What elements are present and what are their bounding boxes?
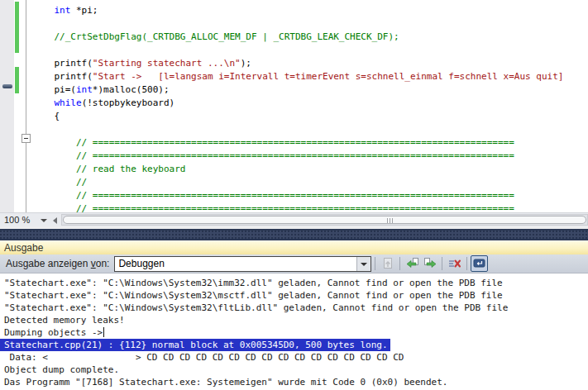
text-cursor xyxy=(103,327,104,337)
find-message-in-code-icon xyxy=(381,257,394,270)
pane-splitter[interactable] xyxy=(0,226,588,240)
output-title-label: Ausgabe xyxy=(4,242,43,254)
code-line[interactable]: // =====================================… xyxy=(32,150,588,163)
output-lines[interactable]: "Statechart.exe": "C:\Windows\System32\i… xyxy=(0,273,588,390)
change-tracking-bar xyxy=(15,67,19,93)
scroll-left-button[interactable] xyxy=(51,216,59,224)
code-line[interactable]: // =====================================… xyxy=(32,202,588,212)
output-line-selected[interactable]: Statechart.cpp(21) : {112} normal block … xyxy=(0,339,390,351)
scrollbar-grip-icon xyxy=(387,218,394,223)
code-line[interactable]: int *pi; xyxy=(32,4,588,17)
code-lines[interactable]: int *pi; //_CrtSetDbgFlag(_CRTDBG_ALLOC_… xyxy=(27,0,588,212)
code-line[interactable]: // =====================================… xyxy=(32,136,588,150)
show-output-from-label: Ausgabe anzeigen von: xyxy=(6,258,109,269)
output-line[interactable]: Detected memory leaks! xyxy=(0,314,588,326)
arrow-left-icon xyxy=(53,217,57,224)
bookmark-icon xyxy=(2,84,12,88)
previous-message-icon xyxy=(406,257,419,270)
change-tracking-bar xyxy=(15,2,19,53)
output-line[interactable]: Data: < > CD CD CD CD CD CD CD CD CD CD … xyxy=(0,351,588,364)
toolbar-separator xyxy=(466,257,467,270)
zoom-level-selector[interactable]: 100 % xyxy=(0,213,50,226)
output-title-bar[interactable]: Ausgabe xyxy=(0,240,588,254)
output-line[interactable]: "Statechart.exe": "C:\Windows\System32\f… xyxy=(0,302,588,314)
output-line[interactable]: "Statechart.exe": "C:\Windows\System32\i… xyxy=(0,277,588,289)
find-message-in-code-button xyxy=(379,255,396,272)
breakpoint-margin[interactable] xyxy=(0,0,14,212)
toggle-word-wrap-button[interactable] xyxy=(471,255,488,272)
toolbar-separator xyxy=(399,257,400,270)
code-line[interactable]: pi=(int*)malloc(500); xyxy=(32,83,588,97)
output-line[interactable]: Object dump complete. xyxy=(0,364,588,376)
code-line[interactable]: // xyxy=(32,176,588,189)
output-toolbar: Ausgabe anzeigen von: Debuggen xyxy=(0,254,588,273)
output-source-value: Debuggen xyxy=(115,258,164,269)
previous-message-button[interactable] xyxy=(404,255,421,272)
toolbar-separator xyxy=(375,257,375,270)
code-line[interactable]: { xyxy=(32,110,588,123)
clear-all-button[interactable] xyxy=(446,255,463,272)
code-line[interactable]: // read the keyboard xyxy=(32,163,588,176)
output-line[interactable]: Dumping objects -> xyxy=(0,326,588,339)
output-window: Ausgabe Ausgabe anzeigen von: Debuggen xyxy=(0,240,588,390)
combo-dropdown-button[interactable] xyxy=(356,257,370,271)
code-line[interactable]: //_CrtSetDbgFlag(_CRTDBG_ALLOC_MEM_DF | … xyxy=(32,31,588,44)
output-line[interactable]: "Statechart.exe": "C:\Windows\System32\m… xyxy=(0,289,588,302)
toolbar-separator xyxy=(442,257,442,270)
output-source-combobox[interactable]: Debuggen xyxy=(114,256,371,272)
code-line[interactable] xyxy=(32,123,588,136)
editor-bottom-bar: 100 % xyxy=(0,212,588,226)
next-message-icon xyxy=(423,257,437,270)
output-line[interactable]: Das Programm "[7168] Statechart.exe: Sys… xyxy=(0,376,588,388)
word-wrap-icon xyxy=(473,257,486,270)
code-line[interactable] xyxy=(32,17,588,31)
code-editor[interactable]: int *pi; //_CrtSetDbgFlag(_CRTDBG_ALLOC_… xyxy=(0,0,588,212)
code-line[interactable]: printf("Starting statechart ...\n"); xyxy=(32,57,588,70)
code-line[interactable] xyxy=(32,44,588,57)
code-line[interactable]: // =====================================… xyxy=(32,189,588,202)
splitter-texture xyxy=(0,229,588,240)
zoom-level-value: 100 % xyxy=(4,215,30,225)
scrollbar-thumb[interactable] xyxy=(63,216,586,224)
chevron-down-icon xyxy=(361,263,367,266)
chevron-down-icon xyxy=(41,219,47,222)
clear-all-icon xyxy=(448,257,461,270)
next-message-button[interactable] xyxy=(421,255,438,272)
code-line[interactable]: while(!stopbykeyboard) xyxy=(32,97,588,110)
horizontal-scrollbar[interactable] xyxy=(61,214,588,226)
code-line[interactable]: printf("Start -> [l=langsam i=Intervall … xyxy=(32,70,588,83)
ide-window: int *pi; //_CrtSetDbgFlag(_CRTDBG_ALLOC_… xyxy=(0,0,588,390)
outline-margin-line xyxy=(26,0,26,212)
